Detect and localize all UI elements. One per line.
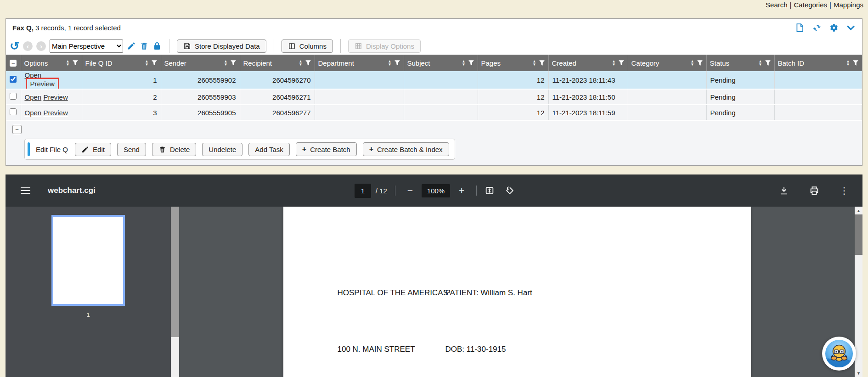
refresh-icon[interactable] xyxy=(812,23,822,33)
row-checkbox[interactable] xyxy=(10,108,17,115)
open-link[interactable]: Open xyxy=(25,109,42,117)
create-batch-index-label: Create Batch & Index xyxy=(377,146,443,153)
display-options-label: Display Options xyxy=(366,42,414,50)
scrollbar-thumb[interactable] xyxy=(171,207,179,337)
open-link[interactable]: Open xyxy=(25,93,42,101)
zoom-out-button[interactable]: − xyxy=(403,185,417,196)
table-row: Open Preview 1 2605559902 2604596270 12 … xyxy=(6,71,862,89)
edit-perspective-icon[interactable] xyxy=(127,41,136,51)
sort-icon[interactable]: ▲▼ xyxy=(388,60,392,66)
sort-icon[interactable]: ▲▼ xyxy=(299,60,303,66)
create-batch-button[interactable]: + Create Batch xyxy=(296,142,357,156)
filter-icon[interactable] xyxy=(618,60,625,66)
print-icon[interactable] xyxy=(809,186,819,196)
document-page: HOSPITAL OF THE AMERICAS 100 N. MAIN STR… xyxy=(283,207,751,377)
send-label: Send xyxy=(124,146,140,153)
rotate-icon[interactable] xyxy=(505,186,515,196)
sort-icon[interactable]: ▲▼ xyxy=(533,60,536,66)
sort-icon[interactable]: ▲▼ xyxy=(66,60,70,66)
chevron-down-icon[interactable] xyxy=(846,23,856,33)
sort-icon[interactable]: ▲▼ xyxy=(691,60,694,66)
sort-icon[interactable]: ▲▼ xyxy=(846,60,850,66)
fit-to-page-icon[interactable] xyxy=(485,186,495,196)
delete-perspective-icon[interactable] xyxy=(140,41,149,51)
perspective-select[interactable]: Main Perspective xyxy=(50,39,123,53)
header-options: Options ▲▼ xyxy=(21,55,82,71)
cell-sender: 2605559902 xyxy=(161,71,240,89)
nav-forward-icon[interactable]: › xyxy=(36,41,46,51)
scroll-up-icon[interactable]: ▲ xyxy=(855,207,862,214)
preview-link[interactable]: Preview xyxy=(43,109,68,117)
column-label: Sender xyxy=(164,59,222,67)
table-row: Open Preview 3 2605559905 2604596277 12 … xyxy=(6,105,862,120)
new-document-icon[interactable] xyxy=(795,23,805,33)
more-options-icon[interactable]: ⋮ xyxy=(840,186,849,195)
cell-pages: 12 xyxy=(478,89,548,105)
cell-sender: 2605559903 xyxy=(161,89,240,105)
filter-icon[interactable] xyxy=(765,60,771,66)
cell-recipient: 2604596277 xyxy=(240,105,315,120)
edit-button[interactable]: Edit xyxy=(75,143,111,156)
categories-link[interactable]: Categories xyxy=(794,1,828,9)
columns-button[interactable]: Columns xyxy=(282,39,333,53)
mappings-link[interactable]: Mappings xyxy=(834,1,863,9)
gear-icon[interactable] xyxy=(829,23,839,33)
zoom-in-button[interactable]: + xyxy=(455,185,468,196)
trash-icon xyxy=(158,146,166,153)
lock-icon[interactable] xyxy=(152,41,162,51)
column-label: Status xyxy=(710,59,756,67)
filter-icon[interactable] xyxy=(697,60,703,66)
search-link[interactable]: Search xyxy=(766,1,788,9)
collapse-icon[interactable]: − xyxy=(12,125,22,134)
page-thumbnail[interactable] xyxy=(51,215,125,306)
row-checkbox[interactable] xyxy=(10,76,17,83)
menu-icon[interactable] xyxy=(21,186,30,196)
pdf-title: webchart.cgi xyxy=(48,186,96,195)
add-task-button[interactable]: Add Task xyxy=(248,143,289,156)
thumbnail-scrollbar[interactable] xyxy=(171,207,179,377)
link-separator: | xyxy=(829,1,831,9)
filter-icon[interactable] xyxy=(852,60,859,66)
column-label: Category xyxy=(631,59,688,67)
download-icon[interactable] xyxy=(779,186,789,196)
undo-icon[interactable]: ↺ xyxy=(10,41,19,51)
filter-icon[interactable] xyxy=(468,60,474,66)
sort-icon[interactable]: ▲▼ xyxy=(759,60,762,66)
filter-icon[interactable] xyxy=(394,60,400,66)
cell-recipient: 2604596271 xyxy=(240,89,315,105)
facility-name: HOSPITAL OF THE AMERICAS xyxy=(338,283,449,302)
scrollbar-thumb[interactable] xyxy=(855,214,862,255)
sort-icon[interactable]: ▲▼ xyxy=(612,60,616,66)
edit-file-q-action-bar: Edit File Q Edit Send Delete Undelete Ad… xyxy=(24,139,455,160)
header-select-all: − xyxy=(6,55,21,71)
filter-icon[interactable] xyxy=(539,60,545,66)
send-button[interactable]: Send xyxy=(117,143,146,156)
sort-icon[interactable]: ▲▼ xyxy=(224,60,228,66)
sort-icon[interactable]: ▲▼ xyxy=(145,60,149,66)
zoom-level[interactable]: 100% xyxy=(422,184,450,197)
nav-back-icon[interactable]: ‹ xyxy=(23,41,33,51)
column-label: Recipient xyxy=(243,59,297,67)
create-batch-index-button[interactable]: + Create Batch & Index xyxy=(363,142,449,156)
cell-category xyxy=(628,71,706,89)
exam-section: EXAMINATION: MRI LUMBOSACRAL SPINE CONTR… xyxy=(338,340,502,377)
table-row: Open Preview 2 2605559903 2604596271 12 … xyxy=(6,89,862,105)
plus-icon: + xyxy=(369,145,373,153)
plus-icon: + xyxy=(302,145,306,153)
undelete-button[interactable]: Undelete xyxy=(202,143,242,156)
support-mascot-button[interactable] xyxy=(822,337,856,371)
delete-button[interactable]: Delete xyxy=(152,143,196,156)
filter-icon[interactable] xyxy=(72,60,79,66)
page-number-input[interactable]: 1 xyxy=(355,184,371,198)
sort-icon[interactable]: ▲▼ xyxy=(462,60,466,66)
store-displayed-data-button[interactable]: Store Displayed Data xyxy=(177,39,266,53)
filter-icon[interactable] xyxy=(151,60,158,66)
preview-link[interactable]: Preview xyxy=(43,93,68,101)
preview-link[interactable]: Preview xyxy=(30,80,55,88)
column-label: Pages xyxy=(481,59,530,67)
uncheck-all-icon[interactable]: − xyxy=(10,60,17,67)
filter-icon[interactable] xyxy=(230,60,237,66)
row-checkbox[interactable] xyxy=(10,93,17,100)
columns-label: Columns xyxy=(299,42,327,50)
filter-icon[interactable] xyxy=(305,60,311,66)
